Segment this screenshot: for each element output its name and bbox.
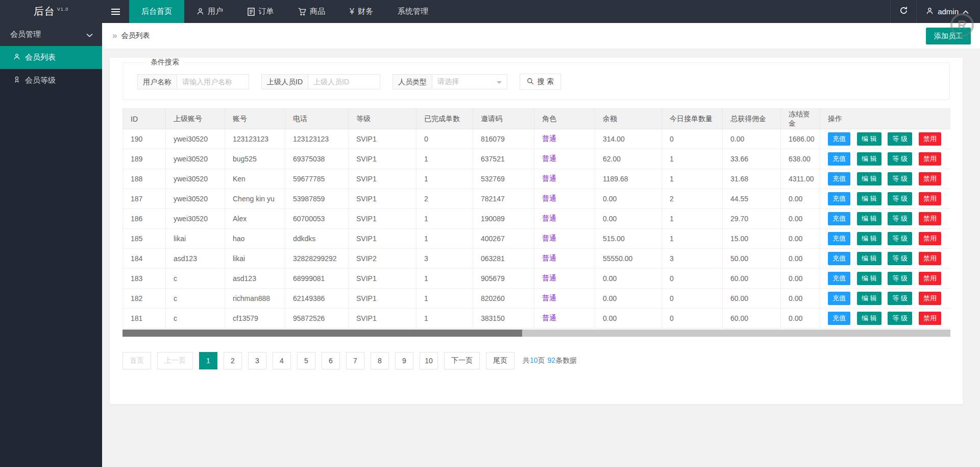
page-button[interactable]: 9 <box>395 352 413 369</box>
level-button[interactable]: 等 级 <box>888 132 912 146</box>
scrollbar-thumb[interactable] <box>122 330 522 337</box>
parent-id-input[interactable] <box>308 74 380 89</box>
menu-toggle-button[interactable] <box>102 0 129 23</box>
role-link[interactable]: 普通 <box>542 234 556 242</box>
nav-finance[interactable]: ¥ 财务 <box>337 0 385 23</box>
page-button[interactable]: 7 <box>346 352 364 369</box>
table-row: 187 ywei30520 Cheng kin yu 53987859 SVIP… <box>123 189 951 209</box>
edit-button[interactable]: 编 辑 <box>857 252 881 265</box>
edit-button[interactable]: 编 辑 <box>857 152 881 166</box>
page-button[interactable]: 2 <box>224 352 242 369</box>
recharge-button[interactable]: 充值 <box>828 232 850 245</box>
cell-phone: 60700053 <box>285 209 349 229</box>
nav-system[interactable]: 系统管理 <box>385 0 440 23</box>
level-button[interactable]: 等 级 <box>888 192 912 205</box>
role-link[interactable]: 普通 <box>542 314 556 322</box>
level-button[interactable]: 等 级 <box>888 272 912 285</box>
col-id: ID <box>123 109 166 129</box>
edit-button[interactable]: 编 辑 <box>857 292 881 305</box>
page-button[interactable]: 8 <box>371 352 389 369</box>
role-link[interactable]: 普通 <box>542 194 556 202</box>
recharge-button[interactable]: 充值 <box>828 312 850 325</box>
refresh-button[interactable] <box>890 0 917 23</box>
username-group: 用户名称 <box>137 74 249 89</box>
disable-button[interactable]: 禁用 <box>919 192 941 205</box>
page-button[interactable]: 4 <box>273 352 291 369</box>
col-role: 角色 <box>534 109 595 129</box>
level-button[interactable]: 等 级 <box>888 312 912 325</box>
cell-account: likai <box>225 249 285 269</box>
level-button[interactable]: 等 级 <box>888 172 912 185</box>
role-link[interactable]: 普通 <box>542 294 556 302</box>
disable-button[interactable]: 禁用 <box>919 292 941 305</box>
recharge-button[interactable]: 充值 <box>828 152 850 166</box>
next-page-button[interactable]: 下一页 <box>444 352 480 369</box>
level-button[interactable]: 等 级 <box>888 292 912 305</box>
cell-completed-orders: 1 <box>416 229 473 249</box>
edit-button[interactable]: 编 辑 <box>857 192 881 205</box>
edit-button[interactable]: 编 辑 <box>857 232 881 245</box>
cell-completed-orders: 0 <box>416 129 473 149</box>
recharge-button[interactable]: 充值 <box>828 272 850 285</box>
level-button[interactable]: 等 级 <box>888 252 912 265</box>
edit-button[interactable]: 编 辑 <box>857 272 881 285</box>
page-button[interactable]: 5 <box>297 352 315 369</box>
recharge-button[interactable]: 充值 <box>828 252 850 265</box>
username-input[interactable] <box>177 74 249 89</box>
page-button[interactable]: 1 <box>199 352 217 369</box>
role-link[interactable]: 普通 <box>542 274 556 282</box>
cell-total-commission: 31.68 <box>723 169 781 189</box>
cell-role: 普通 <box>534 129 595 149</box>
nav-goods[interactable]: 商品 <box>286 0 337 23</box>
recharge-button[interactable]: 充值 <box>828 212 850 225</box>
disable-button[interactable]: 禁用 <box>919 232 941 245</box>
cell-account: bug525 <box>225 149 285 169</box>
sidebar: 会员管理 会员列表 会员等级 <box>0 23 102 467</box>
role-link[interactable]: 普通 <box>542 134 556 143</box>
horizontal-scrollbar[interactable] <box>122 330 950 337</box>
page-button[interactable]: 10 <box>420 352 438 369</box>
page-button[interactable]: 3 <box>248 352 266 369</box>
document-icon <box>248 8 255 16</box>
disable-button[interactable]: 禁用 <box>919 272 941 285</box>
level-button[interactable]: 等 级 <box>888 212 912 225</box>
add-employee-button[interactable]: 添加员工 <box>926 28 971 44</box>
sidebar-item-member-list[interactable]: 会员列表 <box>0 46 102 69</box>
disable-button[interactable]: 禁用 <box>919 132 941 146</box>
disable-button[interactable]: 禁用 <box>919 312 941 325</box>
page-button[interactable]: 6 <box>322 352 340 369</box>
cell-id: 189 <box>123 149 166 169</box>
search-button[interactable]: 搜 索 <box>520 74 561 90</box>
recharge-button[interactable]: 充值 <box>828 132 850 146</box>
edit-button[interactable]: 编 辑 <box>857 312 881 325</box>
role-link[interactable]: 普通 <box>542 254 556 262</box>
disable-button[interactable]: 禁用 <box>919 172 941 185</box>
disable-button[interactable]: 禁用 <box>919 212 941 225</box>
user-menu[interactable]: admin <box>917 0 980 23</box>
edit-button[interactable]: 编 辑 <box>857 132 881 146</box>
level-button[interactable]: 等 级 <box>888 152 912 166</box>
role-link[interactable]: 普通 <box>542 154 556 162</box>
nav-dashboard[interactable]: 后台首页 <box>129 0 184 23</box>
edit-button[interactable]: 编 辑 <box>857 172 881 185</box>
disable-button[interactable]: 禁用 <box>919 152 941 166</box>
level-button[interactable]: 等 级 <box>888 232 912 245</box>
cell-invite-code: 190089 <box>473 209 534 229</box>
nav-users[interactable]: 用户 <box>184 0 235 23</box>
recharge-button[interactable]: 充值 <box>828 192 850 205</box>
role-link[interactable]: 普通 <box>542 174 556 182</box>
nav-orders[interactable]: 订单 <box>235 0 286 23</box>
disable-button[interactable]: 禁用 <box>919 252 941 265</box>
role-link[interactable]: 普通 <box>542 214 556 222</box>
nav-goods-label: 商品 <box>310 7 325 16</box>
member-type-select[interactable]: 请选择 <box>432 74 507 89</box>
col-parent-account: 上级账号 <box>166 109 225 129</box>
edit-button[interactable]: 编 辑 <box>857 212 881 225</box>
cell-actions: 充值 编 辑 等 级 禁用 <box>820 149 951 169</box>
recharge-button[interactable]: 充值 <box>828 172 850 185</box>
sidebar-group-member-management[interactable]: 会员管理 <box>0 23 102 46</box>
cell-frozen-funds: 4311.00 <box>781 169 820 189</box>
recharge-button[interactable]: 充值 <box>828 292 850 305</box>
sidebar-item-member-level[interactable]: 会员等级 <box>0 69 102 92</box>
last-page-button[interactable]: 尾页 <box>486 352 514 369</box>
